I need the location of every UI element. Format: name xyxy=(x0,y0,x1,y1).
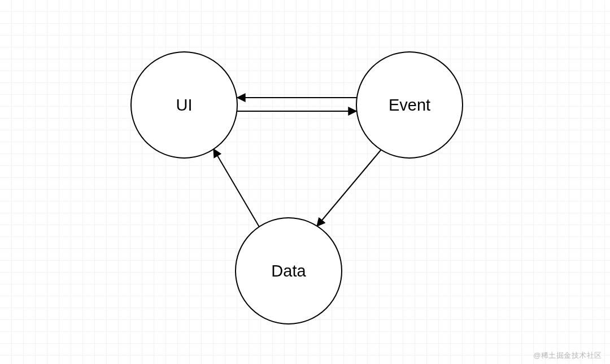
edge-event-to-data xyxy=(317,150,381,226)
svg-line-3 xyxy=(213,149,259,227)
node-event-label: Event xyxy=(389,96,430,114)
watermark-text: @稀土掘金技术社区 xyxy=(533,350,602,361)
svg-line-2 xyxy=(317,150,381,226)
edge-data-to-ui xyxy=(213,149,259,227)
node-data: Data xyxy=(236,218,342,324)
node-ui: UI xyxy=(131,52,237,158)
node-ui-label: UI xyxy=(176,96,193,114)
diagram-svg: UI Event Data xyxy=(0,0,610,364)
node-event: Event xyxy=(356,52,463,158)
node-data-label: Data xyxy=(271,262,306,280)
